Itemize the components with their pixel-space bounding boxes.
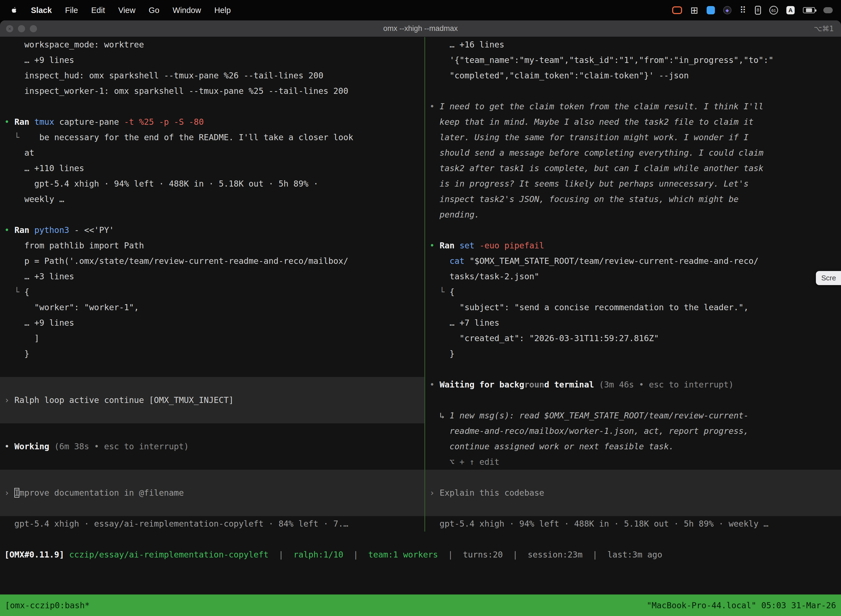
tmux-panes: workspace_mode: worktree … +9 lines insp… [0,37,841,532]
terminal-line: '{"team_name":"my-team","task_id":"1","f… [425,53,841,68]
window-title: omx --xhigh --madmax [0,24,841,33]
menu-bar-status-icons: ⊞ ◆ ⠿ 8 61 A [672,5,833,16]
terminal-line: later. Using the same for transition mig… [425,130,841,145]
terminal-line: • Waiting for background terminal (3m 46… [425,377,841,392]
terminal-line [425,84,841,99]
terminal-line [425,501,841,516]
active-app-menu[interactable]: Slack [24,6,59,15]
terminal-line: • Ran python3 - <<'PY' [0,223,424,238]
terminal-line: } [425,346,841,362]
terminal-line: ↳ 1 new msg(s): read $OMX_TEAM_STATE_ROO… [425,408,841,423]
terminal-line [425,362,841,377]
screen-capture-overlay[interactable]: Scre [816,271,841,285]
apple-logo-icon [11,6,18,14]
blue-app-icon[interactable] [707,6,715,14]
terminal-line [0,501,424,516]
terminal-line: └ be necessary for the end of the README… [0,130,424,145]
screen-recording-indicator[interactable] [672,6,682,14]
menu-item-help[interactable]: Help [208,6,237,15]
tmux-host-datetime-label: "MacBook-Pro-44.local" 05:03 31-Mar-26 [647,601,836,610]
tmux-status-bar: [omx-cczip0:bash* "MacBook-Pro-44.local"… [0,594,841,616]
terminal-line: … +7 lines [425,315,841,331]
terminal-line: inspect task2's JSON, focusing on the st… [425,192,841,207]
terminal-content: workspace_mode: worktree … +9 lines insp… [0,37,841,616]
menu-bar: Slack File Edit View Go Window Help ⊞ ◆ … [0,0,841,21]
terminal-line: └ { [425,284,841,300]
terminal-line: from pathlib import Path [0,238,424,253]
terminal-line: "worker": "worker-1", [0,300,424,315]
terminal-line: … +3 lines [0,269,424,284]
terminal-line: at [0,145,424,161]
terminal-line: workspace_mode: worktree [0,37,424,53]
menu-bar-menus: Slack File Edit View Go Window Help [8,6,237,15]
terminal-line: gpt-5.4 xhigh · essay/ai-reimplementatio… [0,516,424,532]
terminal-line: • Ran set -euo pipefail [425,238,841,253]
terminal-line: should send a message before completing … [425,145,841,161]
terminal-line [0,362,424,377]
terminal-line: inspect_worker-1: omx sparkshell --tmux-… [0,84,424,99]
terminal-line [0,408,424,423]
terminal-line: … +9 lines [0,315,424,331]
terminal-line: gpt-5.4 xhigh · 94% left · 488K in · 5.1… [425,516,841,532]
terminal-line: … +16 lines [425,37,841,53]
battery-gauge-icon[interactable]: 61 [769,6,778,15]
terminal-line: ] [0,331,424,346]
apps-grid-icon[interactable]: ⠿ [740,5,747,15]
terminal-line: p = Path('.omx/state/team/review-current… [0,253,424,269]
menu-item-edit[interactable]: Edit [85,6,112,15]
terminal-window: × omx --xhigh --madmax ⌥⌘1 workspace_mod… [0,21,841,616]
menu-item-window[interactable]: Window [166,6,208,15]
terminal-line [0,377,424,392]
terminal-line: keep that in mind. Maybe I also need the… [425,114,841,130]
terminal-line: is in progress? It seems likely but perh… [425,176,841,192]
terminal-line: continue assigned work or next feasible … [425,439,841,454]
terminal-line: "completed","claim_token":"claim-token"}… [425,68,841,84]
terminal-line: • I need to get the claim token from the… [425,99,841,114]
terminal-line: task2 after task1 is complete, but can I… [425,161,841,176]
terminal-line: } [0,346,424,362]
terminal-line: └ { [0,284,424,300]
terminal-line: weekly … [0,192,424,207]
input-source-icon[interactable]: A [786,6,795,14]
terminal-line: pending. [425,207,841,223]
close-button[interactable]: × [6,25,13,32]
dark-app-icon[interactable]: ◆ [723,6,731,14]
terminal-line [0,454,424,470]
battery-icon[interactable] [803,7,815,13]
terminal-line: … +110 lines [0,161,424,176]
control-center-icon[interactable] [823,7,833,13]
tmux-session-window-label: [omx-cczip0:bash* [5,601,90,610]
terminal-line: inspect_hud: omx sparkshell --tmux-pane … [0,68,424,84]
window-titlebar[interactable]: × omx --xhigh --madmax ⌥⌘1 [0,21,841,37]
battery-fill [806,8,812,12]
terminal-line: › Ralph loop active continue [OMX_TMUX_I… [0,392,424,408]
terminal-line [0,470,424,485]
menu-item-go[interactable]: Go [142,6,166,15]
menu-item-view[interactable]: View [112,6,142,15]
terminal-line: "created_at": "2026-03-31T11:59:27.816Z" [425,331,841,346]
terminal-line: cat "$OMX_TEAM_STATE_ROOT/team/review-cu… [425,253,841,269]
terminal-line: • Ran tmux capture-pane -t %25 -p -S -80 [0,114,424,130]
terminal-line: "subject": "send a concise recommendatio… [425,300,841,315]
terminal-line [0,99,424,114]
apple-menu-icon[interactable] [8,6,24,14]
menu-item-file[interactable]: File [59,6,85,15]
terminal-line [0,207,424,223]
left-terminal-pane[interactable]: workspace_mode: worktree … +9 lines insp… [0,37,424,532]
window-controls: × [0,25,37,32]
right-terminal-pane[interactable]: … +16 lines '{"team_name":"my-team","tas… [425,37,841,532]
omx-status-line: [OMX#0.11.9] cczip/essay/ai-reimplementa… [0,547,841,562]
terminal-line [0,423,424,439]
minimize-button[interactable] [18,25,25,32]
phone-icon[interactable]: 8 [755,6,761,15]
terminal-line: › Explain this codebase [425,485,841,501]
terminal-line [425,223,841,238]
terminal-line: › Improve documentation in @filename [0,485,424,501]
terminal-line: readme-and-reco/mailbox/worker-1.json, a… [425,423,841,439]
zoom-button[interactable] [30,25,37,32]
keyboard-grid-icon[interactable]: ⊞ [690,5,698,16]
terminal-line: ⌥ + ↑ edit [425,454,841,470]
window-shortcut-hint: ⌥⌘1 [814,25,841,33]
terminal-line: … +9 lines [0,53,424,68]
terminal-line [425,392,841,408]
